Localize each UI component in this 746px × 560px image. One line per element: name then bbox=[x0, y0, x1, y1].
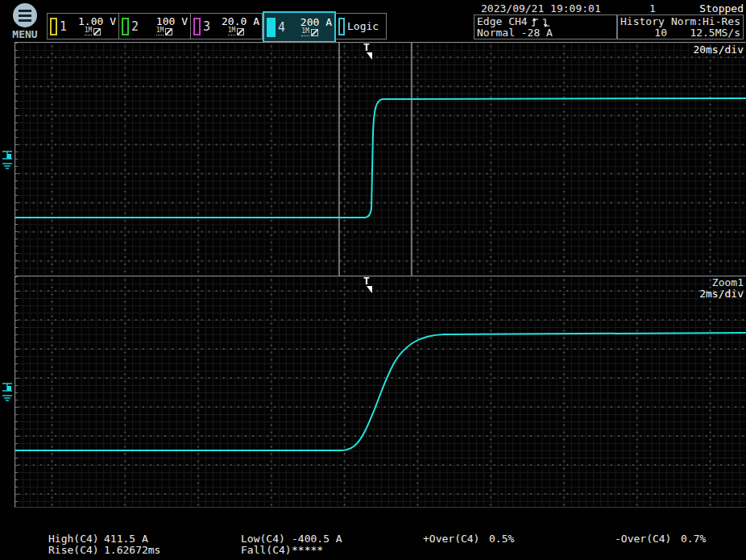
acquisition-info-box[interactable]: History Norm:Hi-Res 10 12.5MS/s bbox=[617, 15, 744, 39]
channel-3-color-bar-icon bbox=[193, 18, 201, 35]
bandwidth-filter-icon bbox=[237, 28, 244, 35]
history-label: History bbox=[620, 16, 665, 27]
logic-box[interactable]: Logic bbox=[336, 14, 386, 39]
measurement-row: Rise(C4)1.62672ms bbox=[48, 545, 160, 556]
logic-label: Logic bbox=[347, 20, 379, 32]
bandwidth-filter-icon bbox=[311, 29, 318, 36]
channel-2-color-bar-icon bbox=[122, 18, 129, 35]
channel-3-number: 3 bbox=[203, 19, 210, 34]
channel-4-box-selected[interactable]: 4 200 A 1M bbox=[263, 11, 336, 43]
menu-button[interactable]: MENU bbox=[6, 2, 44, 40]
oscilloscope-screen: MENU 1 1.00 V 1M 2 100 V 1M bbox=[0, 0, 746, 560]
trigger-mode: Edge CH4 bbox=[477, 16, 528, 27]
hamburger-icon bbox=[13, 3, 37, 27]
measurement-row: +Over(C4)0.5% bbox=[423, 533, 514, 545]
main-waveform-svg bbox=[15, 43, 746, 276]
measurement-value: -400.5 A bbox=[292, 533, 342, 545]
channel-1-color-bar-icon bbox=[50, 18, 57, 35]
channel-1-impedance: 1M bbox=[85, 27, 93, 35]
channel-1-scale: 1.00 V bbox=[78, 17, 116, 27]
channel-4-number: 4 bbox=[278, 20, 285, 35]
zoom-waveform-window[interactable] bbox=[15, 276, 746, 508]
zoom-waveform-svg bbox=[15, 276, 746, 508]
channel-4-impedance: 1M bbox=[301, 28, 309, 36]
trigger-info-box[interactable]: Edge CH4 Normal -28 A bbox=[474, 15, 617, 39]
channel-3-impedance: 1M bbox=[228, 27, 236, 35]
measurement-value: 1.62672ms bbox=[104, 544, 160, 556]
measurement-row: -Over(C4)0.7% bbox=[615, 533, 706, 545]
channel-2-impedance: 1M bbox=[156, 27, 164, 35]
channel-2-scale: 100 V bbox=[156, 17, 188, 27]
ch4-zoom-trace bbox=[15, 333, 746, 450]
ch4-ground-marker-zoom[interactable] bbox=[1, 380, 14, 405]
measurement-column-4: -Over(C4)0.7% bbox=[615, 533, 706, 545]
run-state: Stopped bbox=[699, 2, 744, 15]
acquisition-count: 1 bbox=[649, 2, 656, 15]
ch4-main-trace bbox=[15, 98, 746, 218]
measurement-row: Low(C4)-400.5 A bbox=[241, 533, 342, 545]
trigger-flag-icon bbox=[367, 52, 373, 60]
menu-label: MENU bbox=[6, 28, 44, 40]
channel-2-number: 2 bbox=[131, 19, 139, 34]
measurement-value: 411.5 A bbox=[104, 533, 148, 545]
bandwidth-filter-icon bbox=[93, 28, 101, 35]
trigger-level: Normal -28 A bbox=[477, 27, 614, 39]
measurement-row: Fall(C4)***** bbox=[241, 545, 342, 556]
channel-3-box[interactable]: 3 20.0 A 1M bbox=[191, 14, 263, 39]
measurement-value: ***** bbox=[292, 544, 323, 556]
channel-3-scale: 20.0 A bbox=[222, 17, 259, 27]
channel-strip: 1 1.00 V 1M 2 100 V 1M 3 bbox=[47, 13, 387, 39]
trigger-position-marker-main[interactable]: T bbox=[363, 43, 375, 60]
logic-color-bar-icon bbox=[338, 18, 345, 35]
history-value: 10 bbox=[620, 27, 667, 39]
falling-edge-icon bbox=[542, 17, 550, 27]
bandwidth-filter-icon bbox=[165, 28, 172, 35]
main-timebase-label: 20ms/div bbox=[693, 44, 744, 56]
main-waveform-window[interactable] bbox=[15, 42, 746, 275]
zoom-timebase-label: 2ms/div bbox=[699, 288, 744, 300]
channel-1-box[interactable]: 1 1.00 V 1M bbox=[48, 14, 119, 39]
measurement-row: High(C4)411.5 A bbox=[48, 533, 160, 545]
sample-rate: 12.5MS/s bbox=[690, 27, 740, 39]
measurement-column-1: High(C4)411.5 A Rise(C4)1.62672ms bbox=[48, 533, 160, 556]
measurement-value: 0.5% bbox=[489, 533, 514, 545]
datetime: 2023/09/21 19:09:01 bbox=[481, 2, 601, 15]
ch4-ground-marker-main[interactable] bbox=[1, 147, 14, 173]
measurement-column-3: +Over(C4)0.5% bbox=[423, 533, 514, 545]
rising-edge-icon bbox=[531, 17, 539, 27]
channel-1-number: 1 bbox=[60, 19, 67, 34]
channel-2-box[interactable]: 2 100 V 1M bbox=[119, 14, 191, 39]
trigger-flag-icon bbox=[367, 286, 373, 293]
measurement-value: 0.7% bbox=[681, 533, 706, 545]
acquisition-mode: Norm:Hi-Res bbox=[671, 16, 740, 27]
zoom-window-title: Zoom1 bbox=[712, 276, 744, 288]
channel-4-scale: 200 A bbox=[300, 18, 332, 27]
trigger-position-marker-zoom[interactable]: T bbox=[363, 276, 375, 294]
measurement-column-2: Low(C4)-400.5 A Fall(C4)***** bbox=[241, 533, 342, 556]
channel-4-color-bar-icon bbox=[267, 18, 276, 37]
